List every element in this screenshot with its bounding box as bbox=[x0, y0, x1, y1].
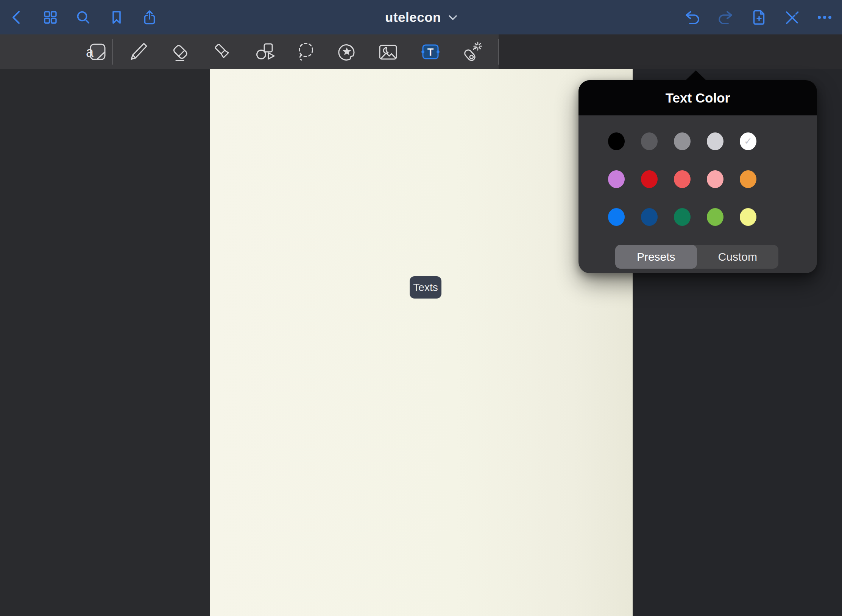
share-icon bbox=[141, 9, 158, 26]
swatch-light-green[interactable] bbox=[707, 208, 723, 226]
document-title-button[interactable]: utelecon bbox=[385, 0, 458, 34]
pen-icon bbox=[128, 41, 149, 62]
popup-header: Text Color bbox=[578, 80, 817, 115]
toolbar-divider bbox=[112, 39, 113, 65]
swatch-dark-gray[interactable] bbox=[641, 132, 658, 150]
bookmark-icon bbox=[108, 9, 125, 26]
tool-text[interactable]: T bbox=[415, 34, 446, 69]
popup-title: Text Color bbox=[666, 90, 730, 106]
selected-check-icon: ✓ bbox=[744, 135, 752, 147]
more-button[interactable] bbox=[811, 0, 838, 34]
text-tool-active-icon: T bbox=[419, 41, 441, 62]
swatch-blue[interactable] bbox=[608, 208, 625, 226]
swatch-light-gray[interactable] bbox=[707, 132, 723, 150]
swatch-pink[interactable] bbox=[707, 170, 723, 188]
laser-pointer-icon bbox=[461, 41, 482, 62]
swatch-gray[interactable] bbox=[674, 132, 691, 150]
title-chevron-down-icon bbox=[448, 14, 458, 21]
tab-custom[interactable]: Custom bbox=[697, 245, 779, 269]
zoom-window-icon: a bbox=[85, 41, 106, 62]
tab-presets-label: Presets bbox=[637, 250, 675, 263]
texts-tooltip: Texts bbox=[410, 276, 441, 299]
redo-icon bbox=[717, 8, 735, 26]
add-page-button[interactable] bbox=[746, 0, 772, 34]
svg-text:a: a bbox=[86, 44, 94, 60]
tool-elements[interactable] bbox=[332, 34, 362, 69]
thumbnails-grid-icon bbox=[42, 9, 59, 26]
swatch-white[interactable]: ✓ bbox=[740, 132, 756, 150]
text-format-zone bbox=[499, 34, 842, 69]
tab-presets[interactable]: Presets bbox=[615, 245, 697, 269]
color-swatch-grid: ✓ bbox=[608, 132, 756, 226]
search-icon bbox=[75, 9, 92, 26]
tool-zoom-window[interactable]: a bbox=[81, 34, 111, 69]
text-color-popup: Text Color ✓ Presets Custom bbox=[578, 80, 817, 273]
highlighter-icon bbox=[212, 41, 233, 62]
swatch-orange[interactable] bbox=[740, 170, 756, 188]
svg-text:T: T bbox=[427, 47, 434, 58]
swatch-green[interactable] bbox=[674, 208, 691, 226]
swatch-dark-blue[interactable] bbox=[641, 208, 658, 226]
bookmark-button[interactable] bbox=[103, 0, 130, 34]
undo-icon bbox=[683, 8, 701, 26]
tool-pen[interactable] bbox=[123, 34, 153, 69]
undo-button[interactable] bbox=[679, 0, 705, 34]
sticker-star-icon bbox=[336, 41, 357, 62]
read-only-button[interactable] bbox=[779, 0, 805, 34]
back-chevron-icon bbox=[9, 9, 25, 26]
tab-custom-label: Custom bbox=[718, 250, 757, 263]
popup-arrow bbox=[685, 70, 706, 81]
ellipsis-icon bbox=[816, 9, 833, 26]
app-screen: utelecon a bbox=[0, 0, 842, 616]
swatch-red[interactable] bbox=[641, 170, 658, 188]
texts-tooltip-label: Texts bbox=[413, 282, 438, 294]
tool-eraser[interactable] bbox=[165, 34, 196, 69]
search-button[interactable] bbox=[70, 0, 97, 34]
tool-laser-pointer[interactable] bbox=[456, 34, 486, 69]
tool-highlighter[interactable] bbox=[207, 34, 238, 69]
lasso-icon bbox=[295, 41, 317, 62]
share-button[interactable] bbox=[136, 0, 163, 34]
pencil-slash-icon bbox=[783, 9, 801, 26]
swatch-coral[interactable] bbox=[674, 170, 691, 188]
swatch-pale-yellow[interactable] bbox=[740, 208, 756, 226]
shapes-icon bbox=[254, 41, 275, 62]
note-page[interactable] bbox=[210, 69, 633, 616]
toolbar-divider bbox=[498, 39, 499, 65]
tool-lasso[interactable] bbox=[291, 34, 321, 69]
canvas-background-left bbox=[0, 69, 210, 616]
image-icon bbox=[377, 41, 399, 62]
presets-custom-segmented-control: Presets Custom bbox=[615, 245, 778, 269]
top-nav-bar: utelecon bbox=[0, 0, 842, 34]
thumbnails-button[interactable] bbox=[37, 0, 64, 34]
add-page-icon bbox=[750, 9, 768, 26]
document-title: utelecon bbox=[385, 10, 441, 25]
swatch-orchid[interactable] bbox=[608, 170, 625, 188]
eraser-icon bbox=[170, 41, 191, 62]
swatch-black[interactable] bbox=[608, 132, 625, 150]
tool-bar: a T bbox=[0, 34, 842, 69]
redo-button[interactable] bbox=[713, 0, 739, 34]
tool-image[interactable] bbox=[373, 34, 403, 69]
back-button[interactable] bbox=[4, 0, 30, 34]
tool-shapes[interactable] bbox=[249, 34, 280, 69]
